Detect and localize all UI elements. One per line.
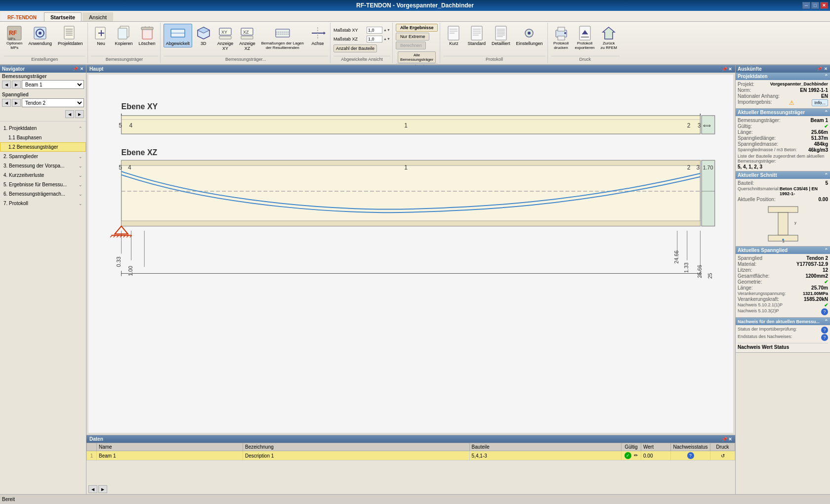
row-gueltig: ✓ ✏ [622,451,641,461]
aktueller-bem-expand-icon[interactable]: ⌃ [824,110,828,115]
nav-expand-6-icon: ⌄ [79,192,83,197]
laenge-value: 25.66m [811,129,828,135]
nav-item-ergebnisse[interactable]: 5. Ergebnisse für Bemessu... ⌄ [0,180,86,189]
berechnen-button[interactable]: Berechnen [396,42,426,49]
alle-ergebnisse-button[interactable]: Alle Ergebnisse [396,24,438,32]
auski-pin-icon[interactable]: 📌 [817,66,823,72]
projektdaten-icon [62,25,78,41]
nationaler-row: Nationaler Anhang: EN [738,93,828,99]
nav-pin-icon[interactable]: 📌 [73,66,79,72]
daten-pin-icon[interactable]: 📌 [722,437,727,442]
achse-button[interactable]: Achse [307,24,328,47]
tab-ansicht[interactable]: Ansicht [83,12,113,21]
projektdaten-button[interactable]: Projektdaten [55,24,85,47]
querschnitt-label: Querschnittsmaterial: [738,186,780,196]
anzahl-bauteile-button[interactable]: Anzahl der Bauteile [333,44,377,52]
auski-close-icon[interactable]: ✕ [824,66,828,72]
aktueller-schnitt-expand-icon[interactable]: ⌃ [824,172,828,178]
nav-item-kurzzeitverluste[interactable]: 4. Kurzzeitverluste ⌄ [0,170,86,180]
verank-kraft-value: 1585.20kN [804,296,828,302]
protokoll-exportieren-button[interactable]: Protokollexportieren [573,24,597,51]
zurueck-rfem-button[interactable]: Zurückzu RFEM [598,24,620,51]
protokoll-drucken-btn[interactable]: Protokolldrucken [551,24,572,51]
status-import-icon: ? [821,327,828,334]
druck-icon[interactable]: ↺ [721,453,725,459]
close-button[interactable]: ✕ [820,2,828,9]
nav-btn1[interactable]: ◀ [65,110,74,118]
masstab-xz-label: Maßstab XZ [333,37,366,42]
nav-item-bem-nach-label: 6. Bemessungsträgernach... [3,191,65,197]
masstab-xy-input[interactable] [367,27,382,34]
col-header-wert: Wert [641,443,671,451]
options-mp-button[interactable]: RF MPs OptionenMPs [4,24,25,51]
projektdaten-section-header: Projektdaten ⌃ [736,73,830,80]
masstab-xy-spin[interactable]: ▲▼ [383,28,390,32]
abgewickelt-button[interactable]: Abgewickelt [164,24,192,47]
anwendung-button[interactable]: Anwendung [26,24,54,47]
nav-bem-prev[interactable]: ◀ [2,81,11,88]
cross-section-svg: y z [766,204,800,244]
projektdaten-body: Projekt: Vorgespannter_Dachbinder Norm: … [736,80,830,108]
masstab-xz-input[interactable] [367,36,382,42]
masstab-xz-spin[interactable]: ▲▼ [383,37,390,41]
nav-close-icon[interactable]: ✕ [80,66,84,72]
nav-span-prev[interactable]: ◀ [2,99,11,107]
nav-item-bemessungstraeger-menu[interactable]: 1.2 Bemessungsträger [0,142,86,152]
laenge-label: Länge: [738,129,753,135]
aktueller-schnitt-header: Aktueller Schnitt ⌃ [736,171,830,179]
nav-span-select[interactable]: Tendon 2 [22,98,84,107]
neu-button[interactable]: Neu [91,24,112,47]
kurz-button[interactable]: Kurz [443,24,464,47]
kopieren-button[interactable]: Kopieren [113,24,135,47]
info-button[interactable]: Info... [812,99,828,106]
haupt-close-icon[interactable]: ✕ [728,67,732,72]
anzeige-xy-button[interactable]: XY AnzeigeXY [215,24,236,52]
nav-item-bemessung[interactable]: 3. Bemessung der Vorspa... ⌄ [0,161,86,170]
nav-item-projektdaten-label: 1. Projektdaten [3,126,37,131]
nav-item-projektdaten[interactable]: 1. Projektdaten ⌃ [0,124,86,133]
projektdaten-expand-icon[interactable]: ⌃ [824,74,828,79]
ribbon-group-protokoll: Kurz Standard [441,23,547,63]
svg-text:24.66: 24.66 [673,251,679,264]
daten-nav-next[interactable]: ▶ [98,485,107,493]
nav-expand-5-icon: ⌄ [79,182,83,187]
nav-item-bem-nach[interactable]: 6. Bemessungsträgernach... ⌄ [0,189,86,199]
nav-item-spannglieder[interactable]: 2. Spannglieder ⌄ [0,152,86,161]
nav-bem-select[interactable]: Beam 1 [22,80,84,89]
loeschen-button[interactable]: Löschen [136,24,158,47]
haupt-content: Ebene XY 5 4 1 2 3 [88,75,733,433]
spanngliedlaenge-row: Spanngliedlänge: 51.37m [738,135,828,141]
kopieren-icon [116,25,132,41]
alle-bemessungstraeger-button[interactable]: AlleBemessungsträger [398,51,436,63]
edit-icon[interactable]: ✏ [634,453,638,458]
aktuelles-spannglied-expand-icon[interactable]: ⌃ [824,248,828,253]
standard-button[interactable]: Standard [465,24,488,47]
tab-startseite[interactable]: Startseite [44,12,82,21]
nav-item-bauphasen[interactable]: 1.1 Bauphasen [0,133,86,142]
daten-close-icon[interactable]: ✕ [728,437,732,442]
nur-extreme-button[interactable]: Nur Extreme [396,33,430,41]
table-row[interactable]: 1 Beam 1 Description 1 5,4,1-3 ✓ ✏ 0.00 … [87,451,735,461]
nachweis-aktuell-expand-icon[interactable]: ⌃ [824,319,828,324]
3d-button[interactable]: 3D [193,24,214,47]
nav-item-protokoll[interactable]: 7. Protokoll ⌄ [0,199,86,208]
minimize-button[interactable]: ─ [802,2,810,9]
nav-span-next[interactable]: ▶ [12,99,21,107]
nav-expand-2-icon: ⌄ [79,154,83,159]
anzeige-xz-button[interactable]: XZ AnzeigeXZ [237,24,258,52]
drawing-area: Ebene XY 5 4 1 2 3 [88,75,733,433]
einstellungen-prot-button[interactable]: Einstellungen [513,24,545,47]
nav-btn2[interactable]: ▶ [75,110,84,118]
detailliert-button[interactable]: Detailliert [489,24,513,47]
maximize-button[interactable]: □ [811,2,819,9]
haupt-pin-icon[interactable]: 📌 [722,67,727,72]
spanngliedmasse-label: Spanngliedmasse: [738,141,778,147]
nav-expand-4-icon: ⌄ [79,173,83,178]
svg-text:y: y [794,220,796,225]
tab-logo[interactable]: RF-TENDON [1,13,43,21]
daten-nav-prev[interactable]: ◀ [88,485,97,493]
options-icon: RF MPs [6,25,22,41]
nav-bem-next[interactable]: ▶ [12,81,21,88]
bemas-lagen-button[interactable]: Bemaßungen der Lagender Resultierenden [259,24,306,51]
importergebnis-warning-icon: ⚠ [789,99,794,106]
